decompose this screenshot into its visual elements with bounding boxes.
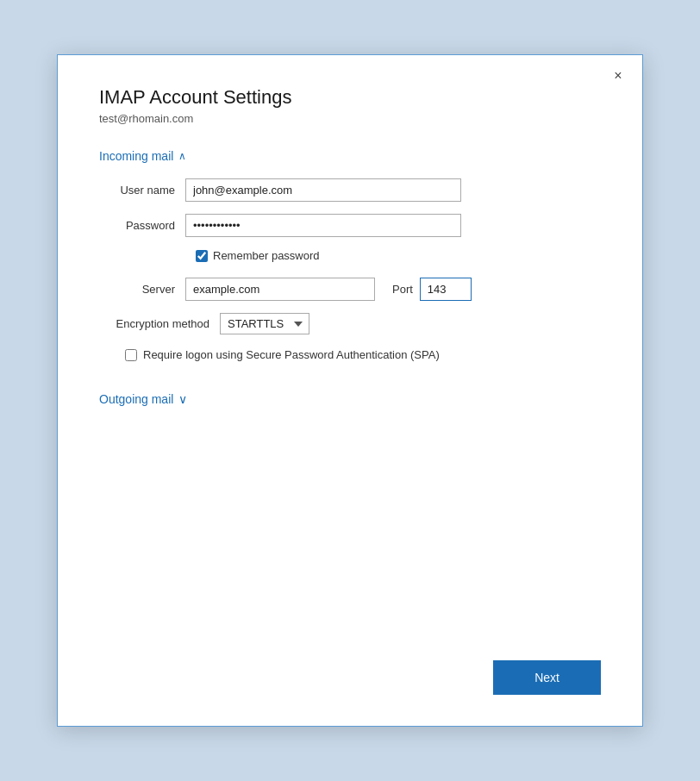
incoming-mail-chevron-icon: ∧ [178,150,186,162]
next-button[interactable]: Next [493,660,601,695]
remember-password-label[interactable]: Remember password [213,249,320,262]
username-group: User name [99,178,601,202]
close-button[interactable]: × [606,64,630,88]
outgoing-mail-chevron-icon: ∨ [178,392,187,406]
encryption-method-row: Encryption method None SSL/TLS STARTTLS [99,313,601,334]
username-input[interactable] [185,178,461,202]
dialog-title: IMAP Account Settings [99,86,601,109]
password-label: Password [99,219,185,232]
spa-group: Require logon using Secure Password Auth… [125,348,601,361]
port-input[interactable] [420,278,472,301]
password-group: Password [99,214,601,237]
encryption-label: Encryption method [99,317,220,330]
remember-password-group: Remember password [196,249,601,262]
dialog-body: IMAP Account Settings test@rhomain.com I… [58,55,642,640]
spa-checkbox[interactable] [125,349,137,361]
password-input[interactable] [185,214,461,237]
remember-password-checkbox[interactable] [196,250,208,262]
server-input[interactable] [185,278,375,301]
outgoing-mail-section-header[interactable]: Outgoing mail ∨ [99,392,601,406]
port-label: Port [392,283,413,296]
imap-settings-dialog: × IMAP Account Settings test@rhomain.com… [57,54,643,727]
dialog-footer: Next [58,640,642,726]
server-port-row: Server Port [99,278,601,301]
dialog-subtitle: test@rhomain.com [99,112,601,125]
username-label: User name [99,184,185,197]
incoming-mail-label: Incoming mail [99,149,173,163]
outgoing-mail-section: Outgoing mail ∨ [99,392,601,406]
outgoing-mail-label: Outgoing mail [99,392,173,406]
incoming-mail-section-header[interactable]: Incoming mail ∧ [99,149,601,163]
spa-label[interactable]: Require logon using Secure Password Auth… [143,348,440,361]
encryption-select[interactable]: None SSL/TLS STARTTLS [220,313,309,334]
server-label: Server [99,283,185,296]
